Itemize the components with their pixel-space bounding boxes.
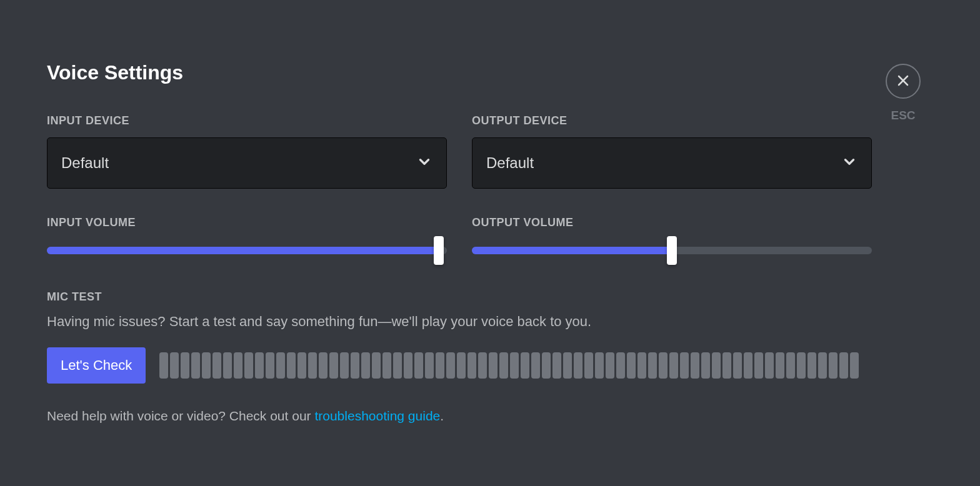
level-bar [627,352,636,379]
output-volume-slider[interactable] [472,247,872,254]
chevron-down-icon [841,154,858,172]
output-volume-fill [472,247,672,254]
level-bar [552,352,561,379]
level-bar [159,352,168,379]
close-button[interactable] [886,64,921,99]
level-bar [372,352,381,379]
output-volume-label: OUTPUT VOLUME [472,216,872,229]
level-bar [191,352,200,379]
level-bar [722,352,731,379]
level-bar [584,352,593,379]
level-bar [786,352,795,379]
output-device-value: Default [486,154,534,172]
level-bar [701,352,710,379]
level-bar [574,352,582,379]
mic-test-section: MIC TEST Having mic issues? Start a test… [47,290,933,424]
level-bar [244,352,253,379]
mic-level-meter [159,352,933,379]
level-bar [436,352,444,379]
mic-test-button[interactable]: Let's Check [47,347,146,384]
level-bar [255,352,264,379]
level-bar [744,352,752,379]
input-volume-fill [47,247,439,254]
input-volume-section: INPUT VOLUME [47,216,447,254]
level-bar [298,352,306,379]
output-volume-thumb[interactable] [667,236,677,265]
help-prefix: Need help with voice or video? Check out… [47,409,314,423]
esc-label: ESC [889,109,918,122]
help-text: Need help with voice or video? Check out… [47,409,933,424]
level-bar [754,352,763,379]
level-bar [351,352,359,379]
level-bar [669,352,678,379]
input-device-section: INPUT DEVICE Default [47,114,447,189]
output-device-select[interactable]: Default [472,137,872,189]
chevron-down-icon [416,154,432,172]
level-bar [266,352,274,379]
level-bar [680,352,689,379]
level-bar [329,352,338,379]
input-volume-slider[interactable] [47,247,447,254]
level-bar [808,352,816,379]
level-bar [659,352,668,379]
level-bar [287,352,296,379]
level-bar [212,352,221,379]
level-bar [382,352,391,379]
level-bar [797,352,806,379]
level-bar [839,352,848,379]
level-bar [468,352,476,379]
level-bar [425,352,434,379]
level-bar [776,352,784,379]
mic-test-description: Having mic issues? Start a test and say … [47,314,933,330]
level-bar [563,352,572,379]
level-bar [616,352,625,379]
level-bar [276,352,285,379]
level-bar [361,352,370,379]
output-device-label: OUTPUT DEVICE [472,114,872,127]
level-bar [818,352,827,379]
level-bar [234,352,242,379]
level-bar [478,352,487,379]
level-bar [404,352,412,379]
close-icon [896,73,911,90]
level-bar [170,352,179,379]
level-bar [733,352,742,379]
level-bar [595,352,604,379]
level-bar [765,352,774,379]
input-device-select[interactable]: Default [47,137,447,189]
level-bar [510,352,519,379]
help-suffix: . [440,409,444,423]
voice-settings-panel: Voice Settings ESC INPUT DEVICE Default … [0,0,980,424]
level-bar [712,352,721,379]
troubleshooting-link[interactable]: troubleshooting guide [314,409,440,423]
level-bar [489,352,498,379]
output-device-section: OUTPUT DEVICE Default [472,114,872,189]
level-bar [223,352,232,379]
level-bar [414,352,423,379]
level-bar [648,352,657,379]
page-title: Voice Settings [47,61,933,84]
level-bar [181,352,189,379]
input-device-value: Default [61,154,109,172]
input-volume-label: INPUT VOLUME [47,216,447,229]
level-bar [829,352,838,379]
level-bar [691,352,699,379]
level-bar [606,352,614,379]
level-bar [340,352,349,379]
mic-test-label: MIC TEST [47,290,933,304]
level-bar [393,352,402,379]
input-device-label: INPUT DEVICE [47,114,447,127]
output-volume-section: OUTPUT VOLUME [472,216,872,254]
level-bar [319,352,328,379]
level-bar [521,352,529,379]
level-bar [457,352,466,379]
level-bar [308,352,317,379]
level-bar [202,352,211,379]
level-bar [542,352,551,379]
level-bar [446,352,455,379]
level-bar [850,352,859,379]
level-bar [531,352,540,379]
level-bar [638,352,646,379]
level-bar [499,352,508,379]
input-volume-thumb[interactable] [434,236,444,265]
